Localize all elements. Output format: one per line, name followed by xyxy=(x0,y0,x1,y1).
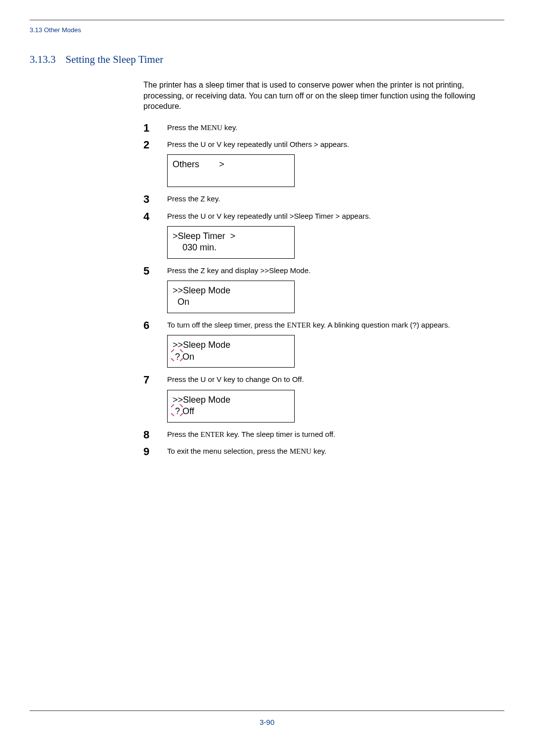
bottom-rule xyxy=(30,710,504,711)
text: key and display xyxy=(205,266,261,275)
text: To exit the menu selection, press the xyxy=(167,447,290,455)
text: key to change xyxy=(222,375,272,383)
top-rule xyxy=(30,20,504,20)
key-name: V xyxy=(217,212,222,220)
text: key repeatedly until xyxy=(222,140,290,148)
lcd-line-2: ? Off xyxy=(173,406,289,417)
display-text: ? xyxy=(412,321,416,329)
step-2: 2 Press the U or V key repeatedly until … xyxy=(143,140,504,187)
key-name: MENU xyxy=(290,447,312,455)
step-3: 3 Press the Z key. xyxy=(143,194,504,204)
step-5: 5 Press the Z key and display >>Sleep Mo… xyxy=(143,266,504,313)
step-text: Press the U or V key to change On to Off… xyxy=(167,375,504,422)
page-number: 3-90 xyxy=(30,718,504,726)
display-text: Others > xyxy=(290,140,318,148)
intro-paragraph: The printer has a sleep timer that is us… xyxy=(143,80,504,112)
text: key. xyxy=(312,447,327,455)
step-number: 9 xyxy=(143,445,161,458)
lcd-line-1: Others > xyxy=(173,159,289,170)
page-footer: 3-90 xyxy=(30,710,504,726)
lcd-line-2: 030 min. xyxy=(173,242,289,253)
text: key. xyxy=(222,123,238,132)
display-text: Off xyxy=(292,375,302,383)
step-text: Press the U or V key repeatedly until >S… xyxy=(167,211,504,259)
text: key. A blinking question mark ( xyxy=(311,321,413,329)
text: . xyxy=(309,266,311,275)
step-number: 3 xyxy=(143,193,161,206)
text: To turn off the sleep timer, press the xyxy=(167,321,287,329)
step-9: 9 To exit the menu selection, press the … xyxy=(143,446,504,456)
text: Press the xyxy=(167,194,201,203)
text: or xyxy=(206,212,217,220)
breadcrumb: 3.13 Other Modes xyxy=(30,26,504,34)
section-heading: 3.13.3Setting the Sleep Timer xyxy=(30,53,504,66)
lcd-line-1: >Sleep Timer > xyxy=(173,231,289,242)
step-6: 6 To turn off the sleep timer, press the… xyxy=(143,320,504,368)
text: Press the xyxy=(167,140,201,148)
text: Press the xyxy=(167,266,201,275)
text: or xyxy=(206,140,217,148)
text: or xyxy=(206,375,217,383)
lcd-display: >>Sleep Mode On xyxy=(167,281,295,313)
text: key. xyxy=(205,194,221,203)
lcd-line-1: >>Sleep Mode xyxy=(173,394,289,406)
text: Press the xyxy=(167,375,201,383)
display-text: On xyxy=(272,375,282,383)
key-name: U xyxy=(201,140,206,148)
step-7: 7 Press the U or V key to change On to O… xyxy=(143,375,504,422)
lcd-line-2: ? On xyxy=(173,351,289,363)
display-text: >>Sleep Mode xyxy=(260,266,309,275)
key-name: U xyxy=(201,375,206,383)
text: appears. xyxy=(318,140,350,148)
key-name: U xyxy=(201,212,206,220)
text: key. The sleep timer is turned off. xyxy=(224,430,335,438)
text: . xyxy=(302,375,304,383)
step-4: 4 Press the U or V key repeatedly until … xyxy=(143,211,504,259)
step-text: To exit the menu selection, press the ME… xyxy=(167,446,504,456)
lcd-line-1: >>Sleep Mode xyxy=(173,285,289,296)
step-text: Press the ENTER key. The sleep timer is … xyxy=(167,429,504,439)
lcd-line-1: >>Sleep Mode xyxy=(173,339,289,351)
key-name: Z xyxy=(201,194,205,203)
step-1: 1 Press the MENU key. xyxy=(143,123,504,133)
step-number: 1 xyxy=(143,122,161,135)
section-title: Setting the Sleep Timer xyxy=(66,53,164,65)
lcd-display: Others > xyxy=(167,154,295,187)
step-number: 4 xyxy=(143,210,161,223)
step-text: Press the MENU key. xyxy=(167,123,504,133)
text: appears. xyxy=(340,212,371,220)
text: key repeatedly until xyxy=(222,212,290,220)
section-number: 3.13.3 xyxy=(30,53,56,65)
text: Press the xyxy=(167,430,201,438)
step-number: 2 xyxy=(143,139,161,151)
text: ) appears. xyxy=(417,321,450,329)
text: Press the xyxy=(167,212,201,220)
step-text: Press the Z key. xyxy=(167,194,504,204)
key-name: V xyxy=(217,375,222,383)
step-text: To turn off the sleep timer, press the E… xyxy=(167,320,504,368)
key-name: Z xyxy=(201,266,205,275)
text: to xyxy=(282,375,292,383)
step-number: 7 xyxy=(143,374,161,386)
step-number: 8 xyxy=(143,428,161,441)
lcd-line-2: On xyxy=(173,296,289,308)
key-name: ENTER xyxy=(201,430,224,438)
step-number: 6 xyxy=(143,319,161,332)
text: Press the xyxy=(167,123,201,132)
document-page: 3.13 Other Modes 3.13.3Setting the Sleep… xyxy=(0,0,534,756)
lcd-display: >Sleep Timer > 030 min. xyxy=(167,226,295,259)
steps-list: 1 Press the MENU key. 2 Press the U or V… xyxy=(143,123,504,456)
lcd-display: >>Sleep Mode ? On xyxy=(167,335,295,368)
display-text: >Sleep Timer > xyxy=(290,212,340,220)
step-8: 8 Press the ENTER key. The sleep timer i… xyxy=(143,429,504,439)
step-number: 5 xyxy=(143,265,161,278)
key-name: ENTER xyxy=(287,321,311,329)
key-name: MENU xyxy=(201,124,222,132)
step-text: Press the Z key and display >>Sleep Mode… xyxy=(167,266,504,313)
key-name: V xyxy=(217,140,222,148)
step-text: Press the U or V key repeatedly until Ot… xyxy=(167,140,504,187)
lcd-display: >>Sleep Mode ? Off xyxy=(167,390,295,423)
